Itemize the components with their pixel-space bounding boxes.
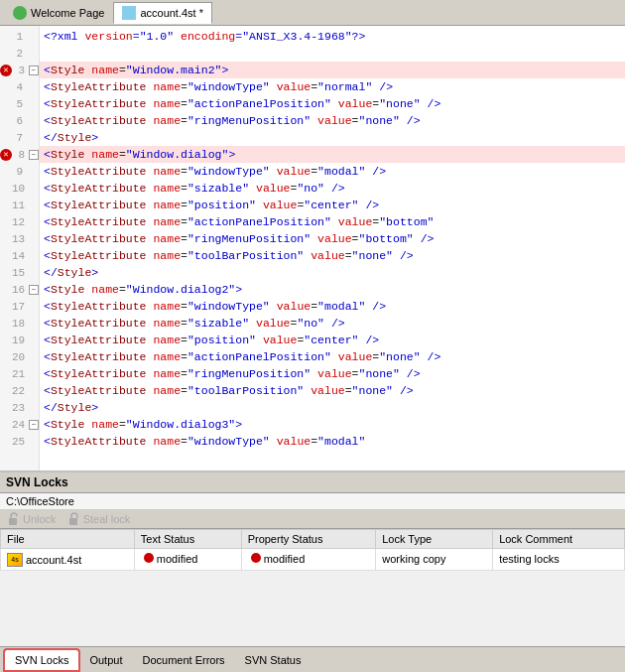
line-number: 3: [12, 65, 29, 76]
gutter-row: 23: [0, 399, 39, 416]
tab-document-errors[interactable]: Document Errors: [132, 649, 234, 671]
steal-lock-button[interactable]: Steal lock: [66, 512, 131, 526]
gutter-row: 1: [0, 28, 39, 45]
gutter-row: 9: [0, 163, 39, 180]
prop-status-error-icon: [251, 553, 261, 563]
code-line: <Style name="Window.main2">: [40, 62, 625, 78]
gutter-row: 16−: [0, 281, 39, 298]
unlock-icon: [6, 512, 20, 526]
bottom-tab-doc-errors-label: Document Errors: [142, 654, 224, 666]
steal-lock-icon: [66, 512, 80, 526]
gutter-row: 12: [0, 213, 39, 230]
code-line: <StyleAttribute name="sizable" value="no…: [40, 315, 625, 332]
unlock-button[interactable]: Unlock: [6, 512, 57, 526]
bottom-tab-svn-locks-label: SVN Locks: [15, 654, 68, 666]
cell-lock-type: working copy: [376, 549, 493, 571]
line-number: 20: [12, 351, 29, 363]
svn-locks-panel: SVN Locks C:\OfficeStore Unlock Steal lo…: [0, 472, 625, 571]
gutter-row: 13: [0, 230, 39, 247]
code-line: <StyleAttribute name="actionPanelPositio…: [40, 95, 625, 112]
code-line: <Style name="Window.dialog3">: [40, 416, 625, 433]
code-line: <StyleAttribute name="actionPanelPositio…: [40, 213, 625, 230]
bottom-tab-bar: SVN Locks Output Document Errors SVN Sta…: [0, 646, 625, 672]
line-number: 6: [12, 115, 27, 127]
code-line: <StyleAttribute name="ringMenuPosition" …: [40, 230, 625, 247]
code-line: <StyleAttribute name="ringMenuPosition" …: [40, 112, 625, 129]
line-number: 8: [12, 149, 29, 161]
tab-account-label: account.4st *: [140, 7, 203, 19]
line-number: 1: [12, 31, 27, 43]
gutter-row: 20: [0, 348, 39, 365]
tab-welcome[interactable]: Welcome Page: [4, 2, 113, 24]
code-line: <StyleAttribute name="toolBarPosition" v…: [40, 382, 625, 399]
line-number: 7: [12, 132, 27, 144]
svn-path-bar: C:\OfficeStore: [0, 493, 625, 510]
col-file: File: [1, 530, 135, 549]
code-line: <StyleAttribute name="sizable" value="no…: [40, 180, 625, 197]
svn-locks-header: SVN Locks: [0, 472, 625, 493]
editor-area: 12✕3−4567✕8−910111213141516−171819202122…: [0, 26, 625, 472]
line-number: 24: [12, 419, 29, 431]
code-content[interactable]: <?xml version="1.0" encoding="ANSI_X3.4-…: [40, 26, 625, 470]
line-number: 22: [12, 385, 29, 397]
file-thumbnail: 4s: [7, 553, 23, 567]
gutter-row: 22: [0, 382, 39, 399]
svn-locks-title: SVN Locks: [6, 475, 68, 489]
code-line: </Style>: [40, 129, 625, 146]
gutter-row: 21: [0, 365, 39, 382]
file-name: account.4st: [26, 554, 81, 566]
line-number: 23: [12, 402, 29, 414]
tab-svn-locks[interactable]: SVN Locks: [4, 649, 79, 671]
col-lock-type: Lock Type: [376, 530, 493, 549]
gutter-row: ✕8−: [0, 146, 39, 163]
expand-icon[interactable]: −: [29, 420, 39, 430]
code-line: <StyleAttribute name="actionPanelPositio…: [40, 348, 625, 365]
cell-lock-comment: testing locks: [493, 549, 625, 571]
file-icon-tab: [122, 6, 136, 20]
col-property-status: Property Status: [241, 530, 376, 549]
line-number: 14: [12, 250, 29, 262]
table-row[interactable]: 4s account.4st modified modifiedworking …: [1, 549, 625, 571]
code-line: <StyleAttribute name="windowType" value=…: [40, 78, 625, 95]
col-lock-comment: Lock Comment: [493, 530, 625, 549]
svn-path: C:\OfficeStore: [6, 495, 74, 507]
gutter-row: 15: [0, 264, 39, 281]
expand-icon[interactable]: −: [29, 150, 39, 160]
line-number: 12: [12, 216, 29, 228]
gutter-row: 6: [0, 112, 39, 129]
cell-property-status: modified: [241, 549, 376, 571]
code-line: <StyleAttribute name="windowType" value=…: [40, 298, 625, 315]
cell-text-status: modified: [134, 549, 241, 571]
gutter-row: 10: [0, 180, 39, 197]
tab-bar: Welcome Page account.4st *: [0, 0, 625, 26]
code-line: <StyleAttribute name="toolBarPosition" v…: [40, 247, 625, 264]
code-line: <Style name="Window.dialog2">: [40, 281, 625, 298]
code-line: <StyleAttribute name="position" value="c…: [40, 332, 625, 348]
tab-welcome-label: Welcome Page: [31, 7, 104, 19]
line-number: 13: [12, 233, 29, 245]
code-line: <StyleAttribute name="windowType" value=…: [40, 163, 625, 180]
tab-output[interactable]: Output: [79, 649, 132, 671]
prop-status-label: modified: [264, 553, 306, 565]
text-status-error-icon: [144, 553, 154, 563]
line-number: 16: [12, 284, 29, 296]
code-line: </Style>: [40, 399, 625, 416]
gutter-row: 5: [0, 95, 39, 112]
text-status-label: modified: [157, 553, 198, 565]
unlock-label: Unlock: [23, 513, 57, 525]
gutter-row: 7: [0, 129, 39, 146]
tab-account[interactable]: account.4st *: [113, 2, 212, 24]
expand-icon[interactable]: −: [29, 285, 39, 295]
gutter-row: 11: [0, 197, 39, 213]
expand-icon[interactable]: −: [29, 66, 39, 75]
tab-svn-status[interactable]: SVN Status: [235, 649, 312, 671]
code-line: <StyleAttribute name="windowType" value=…: [40, 433, 625, 450]
cell-file: 4s account.4st: [1, 549, 135, 571]
line-number: 25: [12, 436, 29, 448]
gutter-row: 4: [0, 78, 39, 95]
line-number: 4: [12, 81, 27, 93]
gutter-row: 17: [0, 298, 39, 315]
file-icon-cell: 4s account.4st: [7, 553, 81, 567]
line-number: 21: [12, 368, 29, 380]
svn-locks-table: File Text Status Property Status Lock Ty…: [0, 529, 625, 571]
